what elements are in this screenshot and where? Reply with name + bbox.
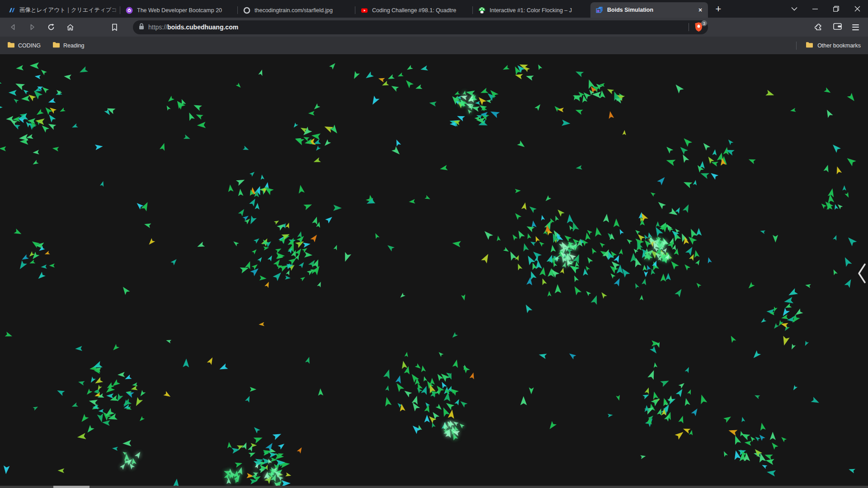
address-bar[interactable]: https://boids.cubedhuang.com 3: [133, 20, 708, 34]
bookmark-folder-coding[interactable]: CODING: [7, 42, 41, 49]
tab-strip: 画像とレイアウト｜クリエイティブコーデ The Web Developer Bo…: [0, 0, 868, 18]
tab-title-fade: [578, 3, 590, 18]
tab-search-chevron-icon[interactable]: [784, 0, 804, 18]
bookmark-label: Reading: [63, 42, 85, 49]
minimize-button[interactable]: [804, 0, 826, 18]
tab-title-fade: [461, 3, 472, 18]
bookmark-folder-reading[interactable]: Reading: [52, 42, 85, 49]
extensions-puzzle-icon[interactable]: [815, 22, 823, 33]
boids-canvas[interactable]: [0, 54, 868, 488]
horizontal-scrollbar-thumb[interactable]: [53, 486, 90, 488]
bookmarks-bar: CODING Reading Other bookmarks: [0, 37, 868, 54]
tab-close-icon[interactable]: ×: [696, 6, 704, 14]
mushroom-icon: [478, 7, 486, 14]
page-viewport: [0, 54, 868, 488]
bookmark-flag-icon[interactable]: [107, 19, 122, 35]
other-bookmarks[interactable]: Other bookmarks: [796, 42, 861, 50]
url-scheme: https://: [148, 23, 167, 31]
bookmark-label: CODING: [18, 42, 41, 49]
toolbar: https://boids.cubedhuang.com 3: [0, 18, 868, 37]
tab-title-fade: [226, 3, 237, 18]
folder-icon: [7, 42, 14, 49]
tab-title: Boids Simulation: [607, 7, 692, 13]
folder-icon: [806, 42, 813, 49]
tab-title: The Web Developer Bootcamp 20: [137, 7, 234, 14]
close-window-button[interactable]: [847, 0, 868, 18]
tab-starfield-image[interactable]: thecodingtrain.com/starfield.jpg: [238, 3, 355, 18]
urlbar-divider: [689, 23, 689, 31]
other-bookmarks-label: Other bookmarks: [817, 42, 861, 49]
udemy-icon: [126, 7, 133, 14]
url-host: boids.cubedhuang.com: [167, 23, 238, 31]
slashes-icon: [8, 7, 15, 14]
tab-udemy-bootcamp[interactable]: The Web Developer Bootcamp 20: [120, 3, 238, 18]
reload-button[interactable]: [43, 19, 59, 35]
github-icon: [243, 7, 250, 14]
youtube-icon: [361, 7, 368, 14]
panel-expand-chevron-icon[interactable]: [856, 262, 867, 285]
restore-button[interactable]: [826, 0, 847, 18]
boids-cube-icon: [596, 6, 603, 14]
tab-title-fade: [108, 3, 120, 18]
tab-title: 画像とレイアウト｜クリエイティブコーデ: [19, 6, 117, 14]
brave-shield-icon[interactable]: 3: [694, 22, 703, 32]
bookmarks-divider: [796, 42, 797, 50]
window-controls: [784, 0, 868, 18]
lock-icon: [139, 23, 144, 32]
home-button[interactable]: [62, 19, 78, 35]
horizontal-scrollbar-track[interactable]: [0, 486, 868, 488]
tab-boids-simulation[interactable]: Boids Simulation ×: [590, 2, 708, 18]
wallet-icon[interactable]: [833, 23, 842, 32]
tab-creative-coding[interactable]: 画像とレイアウト｜クリエイティブコーデ: [3, 3, 120, 18]
forward-button[interactable]: [24, 19, 40, 35]
shield-badge: 3: [701, 20, 707, 26]
folder-icon: [52, 42, 60, 49]
tab-title: thecodingtrain.com/starfield.jpg: [255, 7, 352, 14]
tab-title: Interactive #1: Color Flocking – J: [490, 7, 587, 14]
tab-title: Coding Challenge #98.1: Quadtre: [372, 7, 469, 14]
toolbar-right-icons: [815, 22, 863, 33]
tab-coding-challenge[interactable]: Coding Challenge #98.1: Quadtre: [355, 3, 473, 18]
hamburger-menu-icon[interactable]: [852, 24, 859, 30]
new-tab-button[interactable]: +: [711, 1, 726, 17]
tab-title-fade: [343, 3, 355, 18]
back-button[interactable]: [5, 19, 21, 35]
tab-color-flocking[interactable]: Interactive #1: Color Flocking – J: [473, 3, 590, 18]
